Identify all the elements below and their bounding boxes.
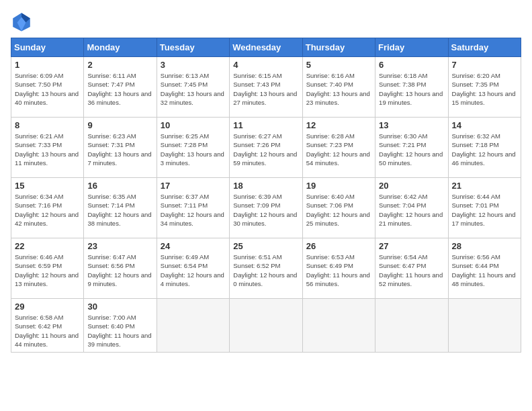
- calendar-cell: 21 Sunrise: 6:44 AMSunset: 7:01 PMDaylig…: [448, 178, 521, 238]
- day-info: Sunrise: 6:18 AMSunset: 7:38 PMDaylight:…: [379, 71, 444, 107]
- day-info: Sunrise: 6:39 AMSunset: 7:09 PMDaylight:…: [233, 192, 298, 228]
- day-info: Sunrise: 6:15 AMSunset: 7:43 PMDaylight:…: [233, 71, 298, 107]
- day-number: 21: [452, 181, 517, 191]
- day-info: Sunrise: 6:37 AMSunset: 7:11 PMDaylight:…: [161, 192, 226, 228]
- day-info: Sunrise: 6:46 AMSunset: 6:59 PMDaylight:…: [15, 253, 80, 288]
- calendar-cell: 9 Sunrise: 6:23 AMSunset: 7:31 PMDayligh…: [84, 118, 157, 178]
- day-info: Sunrise: 6:35 AMSunset: 7:14 PMDaylight:…: [87, 192, 152, 228]
- calendar-cell: 22 Sunrise: 6:46 AMSunset: 6:59 PMDaylig…: [11, 238, 84, 299]
- day-info: Sunrise: 6:23 AMSunset: 7:31 PMDaylight:…: [87, 132, 152, 167]
- day-number: 2: [87, 60, 152, 70]
- day-info: Sunrise: 6:11 AMSunset: 7:47 PMDaylight:…: [87, 71, 152, 107]
- day-number: 16: [87, 181, 152, 191]
- day-info: Sunrise: 6:56 AMSunset: 6:44 PMDaylight:…: [452, 253, 517, 288]
- day-number: 13: [379, 120, 444, 130]
- day-number: 19: [306, 181, 371, 191]
- calendar-cell: 26 Sunrise: 6:53 AMSunset: 6:49 PMDaylig…: [302, 238, 375, 299]
- calendar-cell: 8 Sunrise: 6:21 AMSunset: 7:33 PMDayligh…: [11, 118, 84, 178]
- col-header-wednesday: Wednesday: [230, 38, 302, 57]
- week-row-1: 1 Sunrise: 6:09 AMSunset: 7:50 PMDayligh…: [11, 57, 521, 118]
- day-info: Sunrise: 6:21 AMSunset: 7:33 PMDaylight:…: [15, 132, 80, 167]
- week-row-3: 15 Sunrise: 6:34 AMSunset: 7:16 PMDaylig…: [11, 178, 521, 238]
- week-row-4: 22 Sunrise: 6:46 AMSunset: 6:59 PMDaylig…: [11, 238, 521, 299]
- day-info: Sunrise: 6:30 AMSunset: 7:21 PMDaylight:…: [379, 132, 444, 167]
- day-info: Sunrise: 6:42 AMSunset: 7:04 PMDaylight:…: [379, 192, 444, 228]
- logo-icon: [11, 11, 32, 32]
- day-info: Sunrise: 6:28 AMSunset: 7:23 PMDaylight:…: [306, 132, 371, 167]
- day-number: 12: [306, 120, 371, 130]
- calendar-cell: 6 Sunrise: 6:18 AMSunset: 7:38 PMDayligh…: [375, 57, 448, 118]
- calendar-cell: 30 Sunrise: 7:00 AMSunset: 6:40 PMDaylig…: [84, 299, 157, 353]
- day-number: 10: [161, 120, 226, 130]
- day-number: 26: [306, 241, 371, 251]
- calendar-cell: 1 Sunrise: 6:09 AMSunset: 7:50 PMDayligh…: [11, 57, 84, 118]
- calendar-cell: 12 Sunrise: 6:28 AMSunset: 7:23 PMDaylig…: [302, 118, 375, 178]
- day-number: 5: [306, 60, 371, 70]
- day-number: 24: [161, 241, 226, 251]
- day-info: Sunrise: 6:40 AMSunset: 7:06 PMDaylight:…: [306, 192, 371, 228]
- calendar-cell: 14 Sunrise: 6:32 AMSunset: 7:18 PMDaylig…: [448, 118, 521, 178]
- header: [11, 11, 521, 32]
- day-info: Sunrise: 6:49 AMSunset: 6:54 PMDaylight:…: [161, 253, 226, 288]
- day-number: 15: [15, 181, 80, 191]
- calendar-cell: 28 Sunrise: 6:56 AMSunset: 6:44 PMDaylig…: [448, 238, 521, 299]
- day-number: 11: [233, 120, 298, 130]
- calendar-cell: 24 Sunrise: 6:49 AMSunset: 6:54 PMDaylig…: [157, 238, 229, 299]
- day-info: Sunrise: 6:09 AMSunset: 7:50 PMDaylight:…: [15, 71, 80, 107]
- calendar-cell: 29 Sunrise: 6:58 AMSunset: 6:42 PMDaylig…: [11, 299, 84, 353]
- day-info: Sunrise: 6:44 AMSunset: 7:01 PMDaylight:…: [452, 192, 517, 228]
- calendar-cell: 5 Sunrise: 6:16 AMSunset: 7:40 PMDayligh…: [302, 57, 375, 118]
- col-header-monday: Monday: [84, 38, 157, 57]
- day-number: 30: [87, 302, 152, 312]
- day-number: 14: [452, 120, 517, 130]
- day-number: 23: [87, 241, 152, 251]
- day-number: 20: [379, 181, 444, 191]
- day-info: Sunrise: 6:27 AMSunset: 7:26 PMDaylight:…: [233, 132, 298, 167]
- calendar-cell: 2 Sunrise: 6:11 AMSunset: 7:47 PMDayligh…: [84, 57, 157, 118]
- day-number: 27: [379, 241, 444, 251]
- header-row: SundayMondayTuesdayWednesdayThursdayFrid…: [11, 38, 521, 57]
- calendar-cell: 4 Sunrise: 6:15 AMSunset: 7:43 PMDayligh…: [230, 57, 302, 118]
- week-row-5: 29 Sunrise: 6:58 AMSunset: 6:42 PMDaylig…: [11, 299, 521, 353]
- calendar-cell: [157, 299, 229, 353]
- calendar-cell: 11 Sunrise: 6:27 AMSunset: 7:26 PMDaylig…: [230, 118, 302, 178]
- day-info: Sunrise: 6:16 AMSunset: 7:40 PMDaylight:…: [306, 71, 371, 107]
- calendar-cell: 17 Sunrise: 6:37 AMSunset: 7:11 PMDaylig…: [157, 178, 229, 238]
- calendar-cell: 13 Sunrise: 6:30 AMSunset: 7:21 PMDaylig…: [375, 118, 448, 178]
- day-number: 6: [379, 60, 444, 70]
- calendar-cell: 18 Sunrise: 6:39 AMSunset: 7:09 PMDaylig…: [230, 178, 302, 238]
- col-header-saturday: Saturday: [448, 38, 521, 57]
- calendar-cell: 25 Sunrise: 6:51 AMSunset: 6:52 PMDaylig…: [230, 238, 302, 299]
- day-number: 28: [452, 241, 517, 251]
- day-number: 8: [15, 120, 80, 130]
- day-number: 17: [161, 181, 226, 191]
- day-info: Sunrise: 7:00 AMSunset: 6:40 PMDaylight:…: [87, 313, 152, 349]
- calendar-cell: 7 Sunrise: 6:20 AMSunset: 7:35 PMDayligh…: [448, 57, 521, 118]
- calendar-cell: 27 Sunrise: 6:54 AMSunset: 6:47 PMDaylig…: [375, 238, 448, 299]
- day-number: 9: [87, 120, 152, 130]
- day-info: Sunrise: 6:58 AMSunset: 6:42 PMDaylight:…: [15, 313, 80, 349]
- day-number: 1: [15, 60, 80, 70]
- day-number: 3: [161, 60, 226, 70]
- calendar-cell: [230, 299, 302, 353]
- day-info: Sunrise: 6:20 AMSunset: 7:35 PMDaylight:…: [452, 71, 517, 107]
- calendar-cell: 19 Sunrise: 6:40 AMSunset: 7:06 PMDaylig…: [302, 178, 375, 238]
- day-info: Sunrise: 6:54 AMSunset: 6:47 PMDaylight:…: [379, 253, 444, 288]
- day-info: Sunrise: 6:25 AMSunset: 7:28 PMDaylight:…: [161, 132, 226, 167]
- day-number: 25: [233, 241, 298, 251]
- calendar-cell: 3 Sunrise: 6:13 AMSunset: 7:45 PMDayligh…: [157, 57, 229, 118]
- day-number: 7: [452, 60, 517, 70]
- calendar-cell: [375, 299, 448, 353]
- day-info: Sunrise: 6:51 AMSunset: 6:52 PMDaylight:…: [233, 253, 298, 288]
- calendar-cell: 23 Sunrise: 6:47 AMSunset: 6:56 PMDaylig…: [84, 238, 157, 299]
- col-header-tuesday: Tuesday: [157, 38, 229, 57]
- col-header-friday: Friday: [375, 38, 448, 57]
- calendar-cell: 10 Sunrise: 6:25 AMSunset: 7:28 PMDaylig…: [157, 118, 229, 178]
- calendar-cell: 20 Sunrise: 6:42 AMSunset: 7:04 PMDaylig…: [375, 178, 448, 238]
- day-info: Sunrise: 6:34 AMSunset: 7:16 PMDaylight:…: [15, 192, 80, 228]
- day-number: 22: [15, 241, 80, 251]
- calendar-cell: [302, 299, 375, 353]
- week-row-2: 8 Sunrise: 6:21 AMSunset: 7:33 PMDayligh…: [11, 118, 521, 178]
- day-info: Sunrise: 6:47 AMSunset: 6:56 PMDaylight:…: [87, 253, 152, 288]
- day-info: Sunrise: 6:13 AMSunset: 7:45 PMDaylight:…: [161, 71, 226, 107]
